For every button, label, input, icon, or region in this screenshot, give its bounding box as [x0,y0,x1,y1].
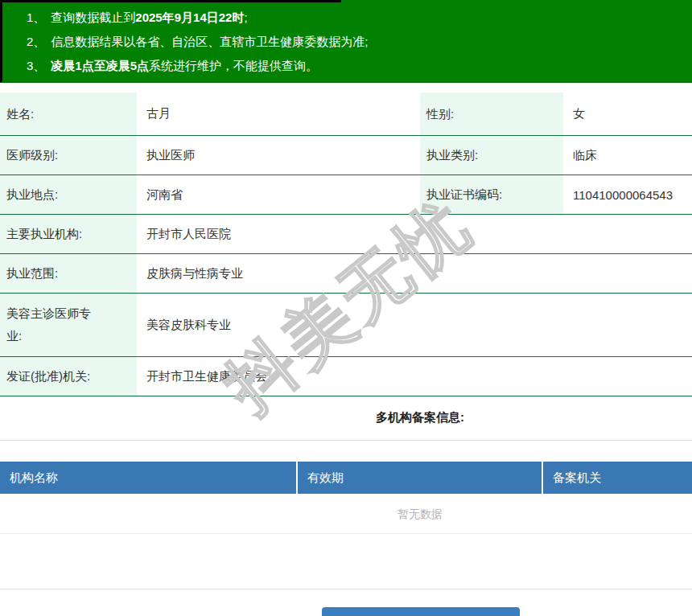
doctor-license-query-result-page: 1、查询数据截止到2025年9月14日22时; 2、信息数据结果以各省、自治区、… [0,0,692,616]
field-label-practice-scope: 执业范围: [0,254,137,293]
no-data-text: 暂无数据 [0,494,692,533]
field-label-practice-category: 执业类别: [420,136,563,175]
field-label-certificate-number: 执业证书编码: [420,175,563,214]
notice-number: 1、 [27,10,45,24]
footer: 【关闭窗口】 ◎本图由平台注册用户上传 [0,596,692,616]
column-header-institution-name: 机构名称 [0,462,298,494]
field-value-doctor-level: 执业医师 [137,136,420,175]
table-row: 执业地点: 河南省 执业证书编码: 110410000064543 [0,175,692,215]
field-label-name: 姓名: [0,92,137,135]
records-table-header: 机构名称 有效期 备案机关 [0,462,692,494]
field-label-issuing-authority: 发证(批准)机关: [0,357,137,396]
table-row: 姓名: 古月 性别: 女 [0,92,692,136]
notice-text: 系统进行维护，不能提供查询。 [149,59,318,72]
records-section: 多机构备案信息: [0,408,692,427]
notice-line-2: 2、信息数据结果以各省、自治区、直辖市卫生健康委数据为准; [27,30,684,54]
table-row: 主要执业机构: 开封市人民医院 [0,215,692,254]
table-row: 执业范围: 皮肤病与性病专业 [0,254,692,294]
field-label-practice-location: 执业地点: [0,175,137,214]
field-value-certificate-number: 110410000064543 [563,175,692,214]
field-value-practice-scope: 皮肤病与性病专业 [137,254,692,293]
records-empty-row: 暂无数据 [0,494,692,534]
notice-text-bold: 2025年9月14日22时 [135,10,244,24]
records-section-title: 多机构备案信息: [0,408,692,427]
field-value-gender: 女 [563,92,692,135]
notice-banner: 1、查询数据截止到2025年9月14日22时; 2、信息数据结果以各省、自治区、… [0,0,692,83]
notice-number: 3、 [27,59,45,72]
field-value-practice-category: 临床 [563,136,692,175]
field-label-gender: 性别: [420,92,563,135]
banner-top-border [0,0,341,2]
field-value-cosmetic-specialty: 美容皮肤科专业 [137,294,692,356]
field-value-name: 古月 [137,92,420,135]
notice-line-3: 3、凌晨1点至凌晨5点系统进行维护，不能提供查询。 [27,54,684,78]
table-row: 美容主诊医师专业: 美容皮肤科专业 [0,294,692,357]
divider [0,440,692,441]
column-header-validity-period: 有效期 [298,462,543,494]
notice-number: 2、 [27,35,45,48]
field-label-cosmetic-specialty: 美容主诊医师专业: [0,294,137,356]
close-window-button[interactable]: 【关闭窗口】 [322,607,520,616]
field-label-doctor-level: 医师级别: [0,136,137,175]
field-value-practice-location: 河南省 [137,175,420,214]
table-row: 医师级别: 执业医师 执业类别: 临床 [0,136,692,175]
practitioner-info-table: 姓名: 古月 性别: 女 医师级别: 执业医师 执业类别: 临床 执业地点: 河… [0,92,692,396]
table-row: 发证(批准)机关: 开封市卫生健康委员会 [0,357,692,396]
notice-text: ; [244,10,247,24]
notice-text: 信息数据结果以各省、自治区、直辖市卫生健康委数据为准; [51,35,368,48]
divider [0,589,692,589]
notice-text: 查询数据截止到 [51,10,135,24]
field-value-main-institution: 开封市人民医院 [137,215,692,253]
field-value-issuing-authority: 开封市卫生健康委员会 [137,357,692,396]
field-label-main-institution: 主要执业机构: [0,215,137,253]
column-header-record-authority: 备案机关 [543,462,692,494]
notice-line-1: 1、查询数据截止到2025年9月14日22时; [27,6,684,30]
notice-text-bold: 凌晨1点至凌晨5点 [51,59,149,72]
